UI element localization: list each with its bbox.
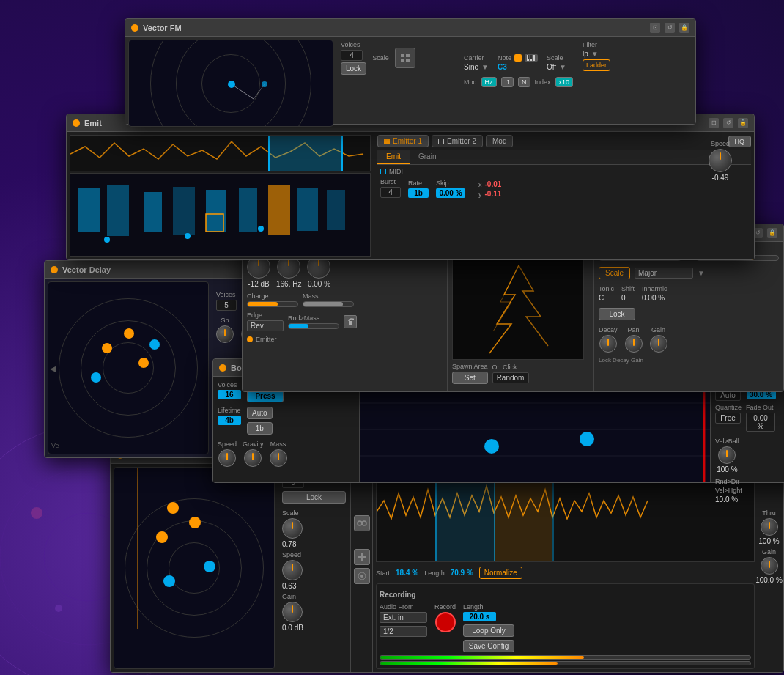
pan-knob[interactable] [625,335,643,353]
emit-btn3[interactable]: 🔒 [738,118,748,128]
tree-tone-btn3[interactable]: 🔒 [767,228,777,238]
scale-major-dropdown[interactable]: Major [635,268,693,279]
thru-knob[interactable] [761,518,778,536]
midi-checkbox[interactable] [380,169,386,174]
gravity-label: Gravity [243,440,264,448]
x1-button[interactable]: :1 [501,77,514,87]
vector-fm-btn3[interactable]: 🔒 [679,23,689,33]
note-value[interactable]: C3 [498,63,538,71]
gravity-knob[interactable] [244,449,262,467]
n-button[interactable]: N [518,77,530,87]
emit-speed-knob[interactable] [709,149,732,172]
rnd-mass-slider[interactable] [288,323,339,329]
loop-only-button[interactable]: Loop Only [463,624,514,637]
hz-button[interactable]: Hz [481,77,497,87]
voices-bn-value[interactable]: 16 [218,390,241,399]
plus-icon-btn[interactable] [354,549,370,565]
skip-label: Skip [436,180,465,187]
x10-button[interactable]: x10 [555,77,574,87]
thru-label: Thru [762,509,776,517]
tree-tone-lock-button[interactable]: Lock [599,308,635,320]
grain-speed-value: 0.63 [282,582,346,590]
gain-bn-knob[interactable] [761,557,778,575]
charge-label: Charge [247,292,298,300]
svg-rect-28 [144,192,162,232]
normalize-button[interactable]: Normalize [479,567,522,579]
grain-scale-knob[interactable] [282,518,303,539]
svg-rect-20 [530,55,532,59]
emit-tab[interactable]: Emit [377,150,410,164]
grain-gain-knob[interactable] [282,602,303,622]
grain-tab[interactable]: Grain [410,150,445,164]
length-rec-label: Length [463,603,514,611]
delay-speed-knob[interactable] [216,325,234,343]
rate-value[interactable]: 1b [408,188,429,198]
ladder-button[interactable]: Ladder [583,59,610,71]
gain-bn-label: Gain [762,548,776,556]
emit-speed-label: Speed [711,140,730,147]
vel-ball-value: 100 % [717,465,737,473]
mod-label: Mod [464,78,477,86]
lightning-display [452,257,584,360]
emitter-dot [247,336,253,342]
delay-voices-value[interactable]: 5 [216,300,237,311]
emit-btn1[interactable]: ⊡ [709,118,719,128]
svg-rect-13 [406,54,410,57]
auto-1b-button[interactable]: 1b [247,422,273,435]
edge-dropdown[interactable]: Rev [247,320,284,331]
mass-label: Mass [303,292,354,300]
length-rec-value[interactable]: 20.0 s [463,612,496,621]
auto-button[interactable]: Auto [247,407,273,419]
filter-cf-value: 166. Hz [276,280,301,288]
spawn-set-button[interactable]: Set [452,372,488,384]
audio-from-dropdown[interactable]: Ext. in [380,612,427,623]
quantize-value[interactable]: Free [715,413,741,424]
charge-slider[interactable] [247,301,298,307]
inharmonic-value: 0.00 % [642,294,667,302]
skip-value[interactable]: 0.00 % [436,188,465,198]
audio-from-2-dropdown[interactable]: 1/2 [380,626,427,637]
vector-fm-btn1[interactable]: ⊡ [650,23,660,33]
delay-voices-label: Voices [216,291,237,298]
y-label: y [478,191,482,198]
orbit-icon-btn[interactable] [354,568,370,584]
speed-bn-knob[interactable] [218,449,236,467]
scale-button[interactable]: Scale [599,267,630,279]
svg-rect-33 [297,188,318,231]
vector-fm-btn2[interactable]: ↺ [665,23,675,33]
svg-rect-22 [268,136,341,171]
decay-knob[interactable] [599,335,617,353]
svg-rect-26 [78,188,100,232]
lock-button[interactable]: Lock [341,62,366,75]
on-click-value[interactable]: Random [492,372,529,383]
link-icon-btn[interactable] [354,515,370,531]
delay-left-indicator: ◂ [50,361,56,375]
svg-point-56 [204,561,215,572]
record-button[interactable] [435,612,456,632]
save-config-button[interactable]: Save Config [463,640,514,652]
svg-point-54 [189,517,201,528]
grid-icon[interactable] [395,48,415,68]
svg-point-44 [149,339,160,350]
gain-knob-tt[interactable] [650,335,667,353]
rnd-mass-label: Rnd>Mass [288,314,339,322]
mass-bn-knob[interactable] [270,449,287,467]
emitter2-tab[interactable]: Emitter 2 [432,135,483,147]
lifetime-value[interactable]: 4b [218,416,241,425]
burst-value[interactable]: 4 [380,187,401,198]
emitter1-tab[interactable]: Emitter 1 [377,135,429,147]
voices-value[interactable]: 4 [341,50,363,61]
emit-mod-tab[interactable]: Mod [486,135,513,147]
midi-label: MIDI [389,168,403,175]
fade-out-value[interactable]: 0.00 % [746,413,775,432]
grain-lock-button[interactable]: Lock [282,491,346,504]
y-value: -0.11 [485,190,502,198]
svg-rect-32 [268,185,290,235]
emit-btn2[interactable]: ↺ [723,118,733,128]
mass-slider[interactable] [303,301,354,307]
x-label: x [478,181,482,188]
grain-speed-knob[interactable] [282,560,303,580]
vel-ball-knob[interactable] [718,446,736,464]
bouncy-notes-dot [219,364,226,372]
rnd-mass-lock-icon[interactable] [344,315,357,328]
